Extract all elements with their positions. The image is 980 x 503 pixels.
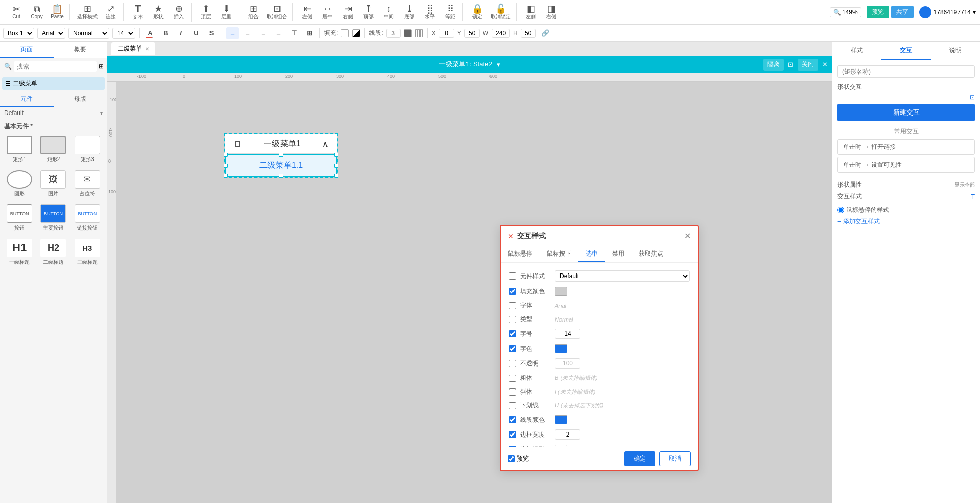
line-type-swatch[interactable] [415, 29, 423, 37]
close-state-icon[interactable]: ✕ [822, 61, 828, 68]
font-color-button[interactable]: A [144, 27, 156, 39]
dialog-tab-mouse-down[interactable]: 鼠标按下 [540, 246, 578, 262]
w-input[interactable] [492, 29, 510, 38]
right-tab-style[interactable]: 样式 [832, 42, 881, 60]
comp-item-h1[interactable]: H1 一级标题 [4, 237, 35, 268]
element-style-checkbox[interactable] [509, 272, 516, 280]
dialog-tab-focus[interactable]: 获取焦点 [632, 246, 670, 262]
top-layer-button[interactable]: ⬆ 顶层 [197, 3, 215, 21]
show-all-button[interactable]: 显示全部 [954, 181, 975, 189]
underline-button[interactable]: U [190, 27, 202, 39]
align-center-text-button[interactable]: ≡ [242, 27, 254, 39]
align-middle-text-button[interactable]: ⊞ [303, 27, 315, 39]
comp-item-link-btn[interactable]: BUTTON 链接按钮 [72, 202, 103, 234]
preview-button[interactable]: 预览 [867, 6, 889, 18]
tab-pages[interactable]: 页面 [0, 42, 54, 58]
comp-tab-masters[interactable]: 母版 [54, 92, 107, 107]
interaction-item-set-visibility[interactable]: 单击时 → 设置可见性 [837, 157, 975, 173]
tree-item-submenu[interactable]: ☰ 二级菜单 [2, 77, 105, 90]
new-interaction-button[interactable]: 新建交互 [837, 104, 975, 121]
type-checkbox[interactable] [509, 316, 516, 323]
align-top-button[interactable]: ⤒ 顶部 [359, 3, 378, 21]
italic-checkbox2[interactable] [509, 388, 516, 396]
dialog-close-button[interactable]: ✕ [684, 231, 691, 241]
grid-view-icon[interactable]: ⊞ [99, 63, 104, 70]
snap-left-button[interactable]: ◧ 左侧 [522, 3, 540, 21]
radio-mouse-hover-input[interactable] [837, 207, 844, 213]
snap-right-button[interactable]: ◨ 右侧 [542, 3, 561, 21]
shape-name-input[interactable] [837, 65, 975, 78]
align-bottom-button[interactable]: ⤓ 底部 [400, 3, 418, 21]
bold-button[interactable]: B [159, 27, 172, 39]
lock-ratio-button[interactable]: 🔗 [539, 27, 551, 39]
align-justify-text-button[interactable]: ≡ [272, 27, 285, 39]
y-input[interactable] [464, 29, 480, 38]
fill-color-checkbox[interactable] [509, 288, 516, 295]
close-state-button[interactable]: 关闭 [798, 59, 818, 71]
design-canvas[interactable]: 🗒 一级菜单1 ∧ 二级菜单1.1 [116, 82, 832, 503]
line-color-box[interactable] [555, 415, 567, 424]
strikethrough-button[interactable]: S [205, 27, 218, 39]
canvas-tab-submenu[interactable]: 二级菜单 ✕ [111, 42, 155, 55]
connect-button[interactable]: ⤢ 连接 [102, 3, 120, 21]
font-size-checkbox[interactable] [509, 330, 516, 337]
element-name-select[interactable]: Box 1 [3, 28, 34, 39]
x-input[interactable] [439, 29, 454, 38]
align-left-text-button[interactable]: ≡ [226, 27, 239, 39]
style-select[interactable]: Normal [68, 28, 109, 39]
zoom-box[interactable]: 🔍 149% [830, 7, 861, 17]
font-select[interactable]: Arial [37, 28, 65, 39]
canvas-tab-close-icon[interactable]: ✕ [145, 46, 149, 52]
align-top-text-button[interactable]: ⊤ [288, 27, 300, 39]
paste-button[interactable]: 📋 Paste [48, 4, 66, 20]
font-checkbox[interactable] [509, 302, 516, 309]
comp-item-btn[interactable]: BUTTON 按钮 [4, 202, 35, 234]
italic-button[interactable]: I [175, 27, 187, 39]
align-left-button[interactable]: ⇤ 左侧 [298, 3, 316, 21]
combine-button[interactable]: ⊞ 组合 [244, 3, 263, 21]
underline-checkbox2[interactable] [509, 402, 516, 409]
layer-button[interactable]: ⬇ 层里 [217, 3, 236, 21]
comp-item-h3[interactable]: H3 三级标题 [72, 237, 103, 268]
size-select[interactable]: 14 [112, 28, 135, 39]
opacity-input[interactable] [555, 358, 580, 369]
fill-type-swatch[interactable] [352, 29, 360, 37]
comp-item-h2[interactable]: H2 二级标题 [38, 237, 68, 268]
cut-button[interactable]: ✂ Cut [7, 4, 26, 20]
isolate-button[interactable]: 隔离 [763, 59, 784, 71]
border-type-checkbox[interactable] [509, 446, 516, 447]
right-tab-explain[interactable]: 说明 [931, 42, 980, 60]
distribute-h-button[interactable]: ⣿ 水平 [421, 3, 439, 21]
comp-item-primary-btn[interactable]: BUTTON 主要按钮 [38, 202, 68, 234]
dialog-tab-selected[interactable]: 选中 [578, 246, 605, 262]
state-dropdown-icon[interactable]: ▾ [497, 61, 500, 68]
unlock-button[interactable]: 🔓 取消锁定 [488, 3, 513, 21]
distribute-v-button[interactable]: ⠿ 等距 [441, 3, 459, 21]
font-color-checkbox2[interactable] [509, 345, 516, 352]
fill-color-swatch[interactable] [341, 29, 349, 37]
line-color-checkbox[interactable] [509, 416, 516, 423]
text-button[interactable]: T 文本 [129, 3, 147, 22]
comp-item-rect3[interactable]: 矩形3 [72, 134, 103, 165]
line-width-input[interactable] [386, 29, 401, 38]
border-width-checkbox[interactable] [509, 431, 516, 438]
fill-color-box[interactable] [555, 287, 567, 296]
comp-item-circle[interactable]: 圆形 [4, 168, 35, 199]
font-size-input[interactable] [555, 329, 580, 339]
comp-item-image[interactable]: 🖼 图片 [38, 168, 68, 199]
menu-selected-item[interactable]: 二级菜单1.1 [225, 154, 337, 177]
share-button[interactable]: 共享 [891, 6, 914, 18]
line-color-swatch[interactable] [404, 29, 412, 37]
confirm-button[interactable]: 确定 [624, 451, 655, 466]
comp-item-rect2[interactable]: 矩形2 [38, 134, 68, 165]
comp-item-placeholder[interactable]: ✉ 占位符 [72, 168, 103, 199]
comp-item-rect1[interactable]: 矩形1 [4, 134, 35, 165]
opacity-checkbox[interactable] [509, 360, 516, 367]
align-middle-button[interactable]: ↕ 中间 [380, 3, 398, 21]
comp-tab-elements[interactable]: 元件 [0, 92, 54, 107]
border-type-icon[interactable] [555, 445, 567, 447]
select-button[interactable]: ⊞ 选择模式 [75, 3, 100, 21]
copy-button[interactable]: ⧉ Copy [28, 4, 46, 20]
h-input[interactable] [521, 29, 536, 38]
align-center-button[interactable]: ↔ 居中 [318, 3, 337, 21]
